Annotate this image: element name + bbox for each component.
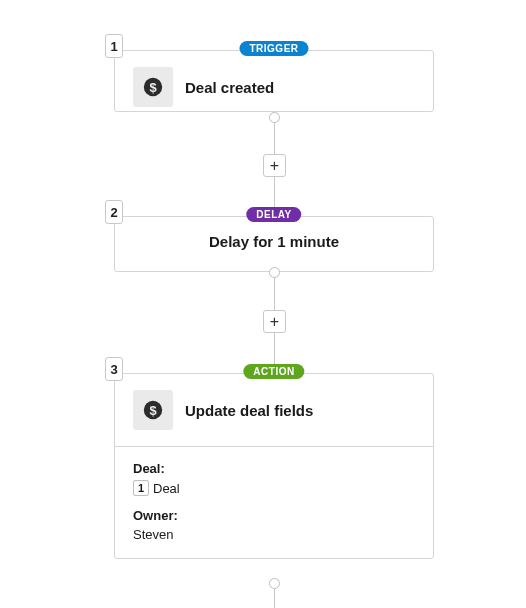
- step-title: Deal created: [185, 79, 274, 96]
- step-number-1: 1: [105, 34, 123, 58]
- connector-line: [274, 589, 275, 608]
- workflow-canvas: 1 TRIGGER $ Deal created + 2 DELAY Delay…: [0, 0, 526, 608]
- step-title: Delay for 1 minute: [209, 233, 339, 250]
- step-card-1[interactable]: 1 TRIGGER $ Deal created: [114, 50, 434, 112]
- connector-dot: [269, 578, 280, 589]
- detail-value: Steven: [133, 527, 415, 542]
- delay-badge: DELAY: [246, 207, 301, 222]
- step-card-2[interactable]: 2 DELAY Delay for 1 minute: [114, 216, 434, 272]
- connector-dot: [269, 112, 280, 123]
- detail-value: 1 Deal: [133, 480, 415, 496]
- reference-chip: 1: [133, 480, 149, 496]
- detail-text: Steven: [133, 527, 173, 542]
- svg-text:$: $: [149, 80, 156, 95]
- svg-text:$: $: [149, 403, 156, 418]
- deal-icon: $: [133, 67, 173, 107]
- detail-label: Owner:: [133, 508, 415, 523]
- connector-dot: [269, 267, 280, 278]
- step-card-3[interactable]: 3 ACTION $ Update deal fields Deal: 1 De…: [114, 373, 434, 559]
- detail-deal: Deal: 1 Deal: [133, 461, 415, 496]
- action-badge: ACTION: [243, 364, 304, 379]
- card-header: $ Update deal fields: [115, 374, 433, 446]
- detail-text: Deal: [153, 481, 180, 496]
- step-number-2: 2: [105, 200, 123, 224]
- add-step-button[interactable]: +: [263, 154, 286, 177]
- deal-icon: $: [133, 390, 173, 430]
- trigger-badge: TRIGGER: [239, 41, 308, 56]
- step-number-3: 3: [105, 357, 123, 381]
- detail-label: Deal:: [133, 461, 415, 476]
- add-step-button[interactable]: +: [263, 310, 286, 333]
- step-title: Update deal fields: [185, 402, 313, 419]
- card-details: Deal: 1 Deal Owner: Steven: [115, 446, 433, 558]
- card-header: Delay for 1 minute: [115, 217, 433, 266]
- detail-owner: Owner: Steven: [133, 508, 415, 542]
